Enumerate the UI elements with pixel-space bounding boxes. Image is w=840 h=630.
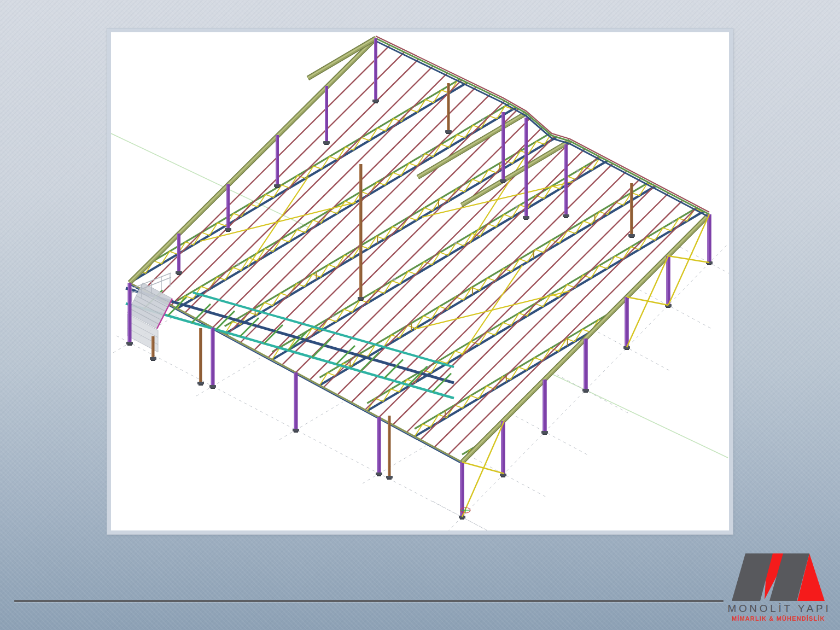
slide-background: MONOLİT YAPI MİMARLIK & MÜHENDİSLİK [0, 0, 840, 630]
logo-subtitle: MİMARLIK & MÜHENDİSLİK [721, 615, 836, 622]
logo-m-icon [730, 553, 826, 602]
company-logo: MONOLİT YAPI MİMARLIK & MÜHENDİSLİK [721, 553, 836, 622]
model-figure [107, 28, 733, 534]
logo-title: MONOLİT YAPI [721, 603, 836, 615]
structural-model-drawing [111, 32, 729, 530]
footer-rule [14, 600, 724, 602]
